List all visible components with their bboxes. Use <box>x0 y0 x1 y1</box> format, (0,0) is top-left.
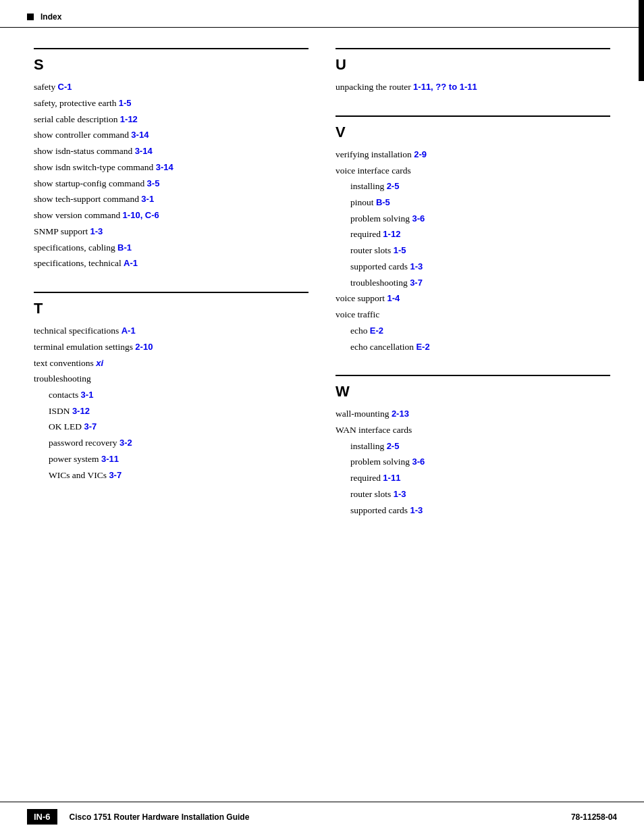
list-item: voice support 1-4 <box>336 290 610 307</box>
link-wan-installing[interactable]: 2-5 <box>387 441 400 451</box>
list-item: required 1-12 <box>336 226 610 242</box>
list-item: problem solving 3-6 <box>336 454 610 470</box>
list-item: ISDN 3-12 <box>34 403 308 419</box>
section-u-header: U <box>336 48 610 74</box>
link-power-system[interactable]: 3-11 <box>101 454 119 464</box>
section-t-entries: technical specifications A-1 terminal em… <box>34 323 308 483</box>
list-item: WAN interface cards <box>336 422 610 438</box>
link-show-startup[interactable]: 3-5 <box>147 178 160 188</box>
link-serial-cable[interactable]: 1-12 <box>120 114 138 124</box>
link-safety-earth[interactable]: 1-5 <box>119 98 132 108</box>
link-ok-led[interactable]: 3-7 <box>84 421 97 432</box>
link-verifying[interactable]: 2-9 <box>414 149 427 159</box>
footer: IN-6 Cisco 1751 Router Hardware Installa… <box>0 802 644 834</box>
section-t-header: T <box>34 292 308 317</box>
list-item: terminal emulation settings 2-10 <box>34 339 308 355</box>
list-item: router slots 1-3 <box>336 486 610 502</box>
link-vic-troubleshoot[interactable]: 3-7 <box>410 278 423 288</box>
list-item: supported cards 1-3 <box>336 259 610 275</box>
list-item: supported cards 1-3 <box>336 502 610 519</box>
link-wall-mounting[interactable]: 2-13 <box>392 409 409 419</box>
section-t: T technical specifications A-1 terminal … <box>34 292 308 483</box>
top-bar-square <box>27 14 34 20</box>
link-vic-required[interactable]: 1-12 <box>383 229 400 239</box>
link-safety[interactable]: C-1 <box>58 82 72 92</box>
footer-title: Cisco 1751 Router Hardware Installation … <box>70 812 250 822</box>
left-column: S safety C-1 safety, protective earth 1-… <box>34 48 308 538</box>
section-w: W wall-mounting 2-13 WAN interface cards… <box>336 375 610 518</box>
link-show-isdn-status[interactable]: 3-14 <box>135 146 153 156</box>
list-item: installing 2-5 <box>336 438 610 454</box>
list-item: safety, protective earth 1-5 <box>34 95 308 111</box>
list-item: specifications, technical A-1 <box>34 255 308 271</box>
list-item: pinout B-5 <box>336 194 610 211</box>
link-text-conventions[interactable]: xi <box>96 358 103 368</box>
page-wrapper: Index S safety C-1 safety, protective ea… <box>0 0 644 834</box>
link-show-tech[interactable]: 3-1 <box>141 194 154 204</box>
list-item: password recovery 3-2 <box>34 435 308 451</box>
link-echo[interactable]: E-2 <box>370 325 383 336</box>
right-column: U unpacking the router 1-11, ?? to 1-11 … <box>336 48 610 538</box>
section-v: V verifying installation 2-9 voice inter… <box>336 115 610 355</box>
list-item: show isdn switch-type command 3-14 <box>34 159 308 176</box>
link-show-controller[interactable]: 3-14 <box>131 130 149 140</box>
list-item: contacts 3-1 <box>34 387 308 403</box>
footer-badge: IN-6 <box>27 809 57 825</box>
list-item: OK LED 3-7 <box>34 419 308 435</box>
list-item: installing 2-5 <box>336 178 610 194</box>
list-item: WICs and VICs 3-7 <box>34 467 308 484</box>
link-show-version[interactable]: 1-10, C-6 <box>123 210 159 220</box>
section-s-header: S <box>34 48 308 74</box>
link-echo-cancel[interactable]: E-2 <box>416 342 429 352</box>
link-vic-installing[interactable]: 2-5 <box>387 181 400 191</box>
link-wan-required[interactable]: 1-11 <box>383 473 400 483</box>
link-vic-slots[interactable]: 1-5 <box>394 245 406 255</box>
link-snmp[interactable]: 1-3 <box>90 226 103 236</box>
link-wan-problem[interactable]: 3-6 <box>412 457 425 467</box>
list-item: show startup-config command 3-5 <box>34 176 308 192</box>
list-item: required 1-11 <box>336 470 610 486</box>
section-u: U unpacking the router 1-11, ?? to 1-11 <box>336 48 610 95</box>
link-vic-problem[interactable]: 3-6 <box>412 213 425 224</box>
list-item: serial cable description 1-12 <box>34 111 308 128</box>
list-item: voice traffic <box>336 307 610 323</box>
section-u-entries: unpacking the router 1-11, ?? to 1-11 <box>336 79 610 95</box>
list-item: technical specifications A-1 <box>34 323 308 339</box>
list-item: power system 3-11 <box>34 451 308 467</box>
section-v-header: V <box>336 115 610 141</box>
list-item: voice interface cards <box>336 163 610 179</box>
list-item: safety C-1 <box>34 79 308 95</box>
link-spec-technical[interactable]: A-1 <box>124 258 138 268</box>
list-item: echo cancellation E-2 <box>336 339 610 355</box>
list-item: router slots 1-5 <box>336 242 610 259</box>
link-wics-vics[interactable]: 3-7 <box>109 470 122 480</box>
top-bar: Index <box>0 0 644 28</box>
list-item: troubleshooting <box>34 371 308 387</box>
link-vic-supported[interactable]: 1-3 <box>410 261 423 271</box>
list-item: specifications, cabling B-1 <box>34 240 308 256</box>
link-wan-supported[interactable]: 1-3 <box>410 505 423 515</box>
list-item: show version command 1-10, C-6 <box>34 207 308 224</box>
list-item: show isdn-status command 3-14 <box>34 143 308 159</box>
list-item: troubleshooting 3-7 <box>336 275 610 291</box>
link-show-isdn-switch[interactable]: 3-14 <box>156 162 173 172</box>
link-vic-pinout[interactable]: B-5 <box>376 197 390 207</box>
link-voice-support[interactable]: 1-4 <box>387 293 400 303</box>
link-unpacking[interactable]: 1-11, ?? to 1-11 <box>413 82 477 92</box>
link-tech-spec[interactable]: A-1 <box>122 325 136 336</box>
link-spec-cabling[interactable]: B-1 <box>117 242 132 253</box>
list-item: SNMP support 1-3 <box>34 224 308 240</box>
link-isdn[interactable]: 3-12 <box>72 406 90 416</box>
link-contacts[interactable]: 3-1 <box>81 390 94 400</box>
list-item: problem solving 3-6 <box>336 211 610 227</box>
list-item: wall-mounting 2-13 <box>336 406 610 422</box>
section-s: S safety C-1 safety, protective earth 1-… <box>34 48 308 271</box>
main-content: S safety C-1 safety, protective earth 1-… <box>0 28 644 558</box>
section-w-header: W <box>336 375 610 400</box>
link-wan-slots[interactable]: 1-3 <box>394 489 406 499</box>
section-w-entries: wall-mounting 2-13 WAN interface cards i… <box>336 406 610 518</box>
link-password-recovery[interactable]: 3-2 <box>119 438 132 448</box>
right-border-mark <box>639 0 644 81</box>
list-item: verifying installation 2-9 <box>336 147 610 163</box>
link-terminal-emulation[interactable]: 2-10 <box>135 342 153 352</box>
